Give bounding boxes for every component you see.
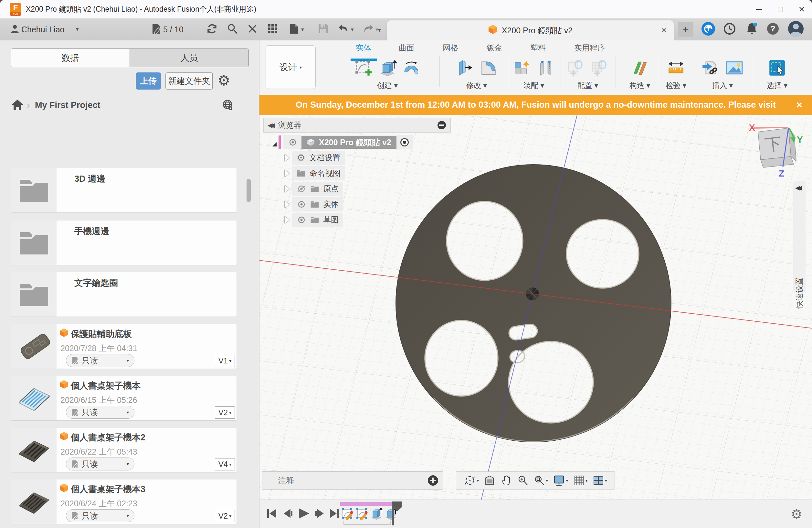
close-search-icon[interactable] <box>247 24 257 35</box>
file-new-chevron-icon[interactable]: ▾ <box>301 26 304 33</box>
banner-close-icon[interactable]: × <box>796 95 802 115</box>
group-label-select[interactable]: 选择 ▾ <box>767 81 787 90</box>
grid-chevron-icon[interactable]: ▾ <box>585 478 588 483</box>
redo-icon[interactable] <box>363 24 374 35</box>
fit-chevron-icon[interactable]: ▾ <box>546 478 548 483</box>
ribbon-tab-plastic[interactable]: 塑料 <box>530 42 546 54</box>
file-access-dropdown[interactable]: 只读 ▾ <box>66 406 134 419</box>
revolve-icon[interactable] <box>402 58 421 79</box>
minimize-button[interactable]: ─ <box>749 0 769 18</box>
ribbon-tab-surface[interactable]: 曲面 <box>399 42 414 54</box>
browser-node-row[interactable]: ⚙ 文档设置 <box>285 151 345 165</box>
insert-image-icon[interactable] <box>725 58 744 79</box>
look-at-tool[interactable] <box>484 475 495 486</box>
grid-snap-tool[interactable]: ▾ <box>573 475 588 486</box>
maximize-button[interactable]: □ <box>770 0 791 18</box>
file-new-icon[interactable] <box>290 23 299 35</box>
tab-people[interactable]: 人员 <box>130 49 248 67</box>
list-item-file[interactable]: 個人書桌架子機本 2020/6/15 上午 05:26 只读 ▾ V2 ▾ <box>11 376 236 420</box>
timeline-play-button[interactable] <box>296 507 310 521</box>
new-folder-button[interactable]: 新建文件夹 <box>165 72 213 89</box>
browser-root-row[interactable]: X200 Pro 鏡頭貼 v2 <box>272 135 413 149</box>
file-access-dropdown[interactable]: 只读 ▾ <box>66 354 134 367</box>
add-comment-icon[interactable] <box>428 475 438 486</box>
fillet-icon[interactable] <box>479 58 498 79</box>
viewcube-face-label[interactable]: 下 <box>764 134 783 155</box>
list-item-file[interactable]: 個人書桌架子機本2 2020/6/22 上午 05:43 只读 ▾ V4 ▾ <box>11 428 236 472</box>
collapsed-triangle-icon[interactable] <box>285 216 290 224</box>
file-access-dropdown[interactable]: 只读 ▾ <box>66 509 134 522</box>
comment-input[interactable] <box>262 476 428 486</box>
group-label-configure[interactable]: 配置 ▾ <box>566 81 609 90</box>
viewports-tool[interactable]: ▾ <box>593 475 607 486</box>
origin-marker[interactable] <box>520 281 546 307</box>
tab-data[interactable]: 数据 <box>11 49 130 67</box>
visibility-off-eye-icon[interactable] <box>296 185 306 193</box>
joint-icon[interactable] <box>536 58 555 79</box>
ribbon-tab-solid[interactable]: 实体 <box>356 42 371 54</box>
new-document-tab-button[interactable]: + <box>678 22 693 37</box>
timeline-step-back-button[interactable] <box>281 507 294 521</box>
timeline-extrude-feature[interactable] <box>370 506 383 522</box>
search-icon[interactable] <box>227 23 238 35</box>
ribbon-tab-sheetmetal[interactable]: 钣金 <box>487 42 502 54</box>
user-name[interactable]: Chehui Liao <box>21 18 64 40</box>
home-icon[interactable] <box>11 99 24 112</box>
recent-clock-icon[interactable] <box>723 22 736 37</box>
notifications-bell-icon[interactable] <box>745 22 759 37</box>
tab-list-chevron-icon[interactable]: ▾ <box>378 27 381 34</box>
workspace-dropdown[interactable]: 设计 ▾ <box>265 45 316 89</box>
display-chevron-icon[interactable]: ▾ <box>566 478 568 483</box>
visibility-eye-icon[interactable] <box>296 200 306 208</box>
timeline-step-forward-button[interactable] <box>313 507 326 521</box>
file-version-dropdown[interactable]: V2 ▾ <box>215 510 235 522</box>
model-viewport[interactable]: ◀◀ 浏览器 X200 Pro 鏡頭貼 v2 <box>260 115 812 500</box>
configure-design-icon[interactable] <box>566 58 585 79</box>
undo-chevron-icon[interactable]: ▾ <box>351 26 354 33</box>
collapse-panel-icon[interactable]: ◀◀ <box>795 184 800 191</box>
close-button[interactable]: × <box>791 0 812 18</box>
list-item-file[interactable]: 保護貼輔助底板 2020/7/28 上午 04:31 只读 ▾ V1 ▾ <box>11 324 236 369</box>
collapsed-triangle-icon[interactable] <box>285 185 290 192</box>
press-pull-icon[interactable] <box>455 58 474 79</box>
browser-node-row[interactable]: 原点 <box>285 182 343 196</box>
visibility-eye-icon[interactable] <box>288 139 298 146</box>
quick-settings-panel-tab[interactable]: ◀◀ 快速设置 <box>793 181 806 292</box>
timeline-go-end-button[interactable] <box>328 507 341 521</box>
activate-component-radio[interactable] <box>400 138 409 146</box>
construction-plane-icon[interactable] <box>630 58 649 79</box>
list-scrollbar[interactable] <box>247 179 251 202</box>
help-icon[interactable]: ? <box>766 22 779 37</box>
collapse-panel-icon[interactable]: ◀◀ <box>267 121 272 129</box>
profile-avatar[interactable] <box>788 21 804 38</box>
pan-tool[interactable] <box>501 475 512 486</box>
job-status-icon[interactable] <box>151 23 161 35</box>
group-label-create[interactable]: 创建 ▾ <box>354 81 421 90</box>
display-settings-tool[interactable]: ▾ <box>553 475 568 486</box>
create-sketch-icon[interactable] <box>354 58 373 79</box>
user-menu-chevron-icon[interactable]: ▾ <box>76 18 79 40</box>
list-item-folder[interactable]: 手機週邊 <box>11 220 236 265</box>
view-cube[interactable]: 下 X Y Z <box>742 118 806 180</box>
sync-icon[interactable] <box>206 23 218 36</box>
ribbon-tab-utilities[interactable]: 实用程序 <box>574 42 605 54</box>
group-label-assemble[interactable]: 装配 ▾ <box>512 81 555 90</box>
timeline-playhead[interactable] <box>391 501 404 527</box>
app-grid-icon[interactable] <box>267 24 278 35</box>
timeline-sketch-feature[interactable] <box>341 506 354 522</box>
project-globe-icon[interactable] <box>221 99 234 113</box>
group-label-insert[interactable]: 插入 ▾ <box>701 81 744 90</box>
new-component-icon[interactable] <box>512 58 531 79</box>
timeline-sketch-feature[interactable] <box>356 506 368 522</box>
browser-node-row[interactable]: 命名视图 <box>285 166 345 181</box>
list-item-folder[interactable]: 文字鑰匙圈 <box>11 272 236 316</box>
collapsed-triangle-icon[interactable] <box>285 170 290 177</box>
document-tab[interactable]: X200 Pro 鏡頭貼 v2 × <box>387 20 674 40</box>
cloud-sync-status-icon[interactable] <box>701 22 715 37</box>
group-label-modify[interactable]: 修改 ▾ <box>455 81 498 90</box>
file-access-dropdown[interactable]: 只读 ▾ <box>66 457 134 470</box>
visibility-eye-icon[interactable] <box>296 216 306 224</box>
breadcrumb-project-name[interactable]: My First Project <box>35 98 101 113</box>
expand-triangle-icon[interactable] <box>272 138 277 146</box>
collapsed-triangle-icon[interactable] <box>285 201 290 208</box>
